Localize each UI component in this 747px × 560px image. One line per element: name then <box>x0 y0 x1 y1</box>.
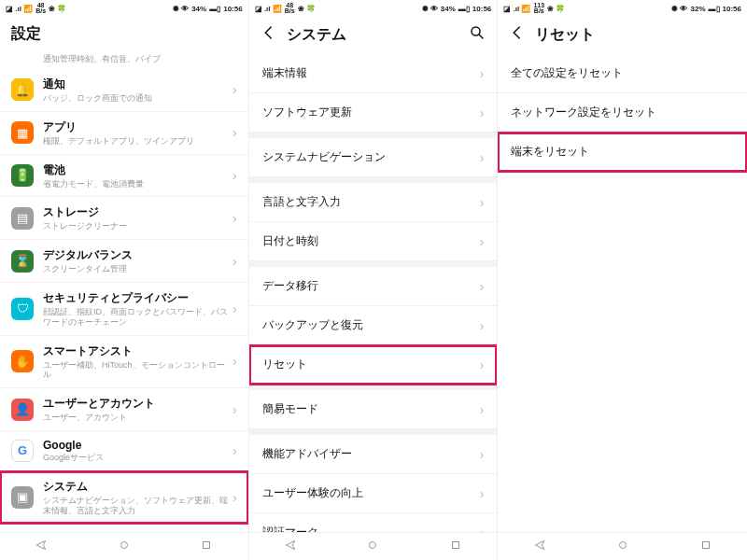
svg-point-0 <box>120 541 127 548</box>
settings-item[interactable]: 🔔通知バッジ、ロック画面での通知› <box>0 69 248 112</box>
header-reset: リセット <box>498 17 747 54</box>
settings-item[interactable]: 🛡セキュリティとプライバシー顔認証、指紋ID、画面ロックとパスワード、パスワード… <box>0 283 248 336</box>
system-item[interactable]: ソフトウェア更新› <box>249 93 498 133</box>
truncated-prev-item[interactable]: 通知管理時刻、有信音、バイブ <box>0 53 248 69</box>
chevron-right-icon: › <box>233 301 237 316</box>
settings-item-title: Google <box>43 439 229 452</box>
status-icons-right: ✺ 👁 <box>671 5 687 13</box>
system-item-label: ユーザー体験の向上 <box>262 485 363 501</box>
status-battery: 32% <box>690 5 705 13</box>
settings-item-subtitle: 権限、デフォルトアプリ、ツインアプリ <box>43 136 229 147</box>
nav-home-icon[interactable] <box>118 539 131 555</box>
chevron-right-icon: › <box>233 168 237 183</box>
system-item[interactable]: 日付と時刻› <box>249 222 498 261</box>
chevron-right-icon: › <box>480 447 485 462</box>
nav-recent-icon[interactable] <box>449 539 462 555</box>
settings-item-title: デジタルバランス <box>43 247 229 263</box>
reset-item[interactable]: ネットワーク設定をリセット <box>498 93 747 133</box>
settings-item-subtitle: ストレージクリーナー <box>43 221 229 231</box>
system-item-label: 言語と文字入力 <box>262 194 341 210</box>
status-icons-extra: ❀ 🍀 <box>547 5 565 13</box>
nav-bar <box>249 532 498 560</box>
settings-item-icon: ▤ <box>11 207 34 230</box>
settings-item[interactable]: GGoogleGoogleサービス› <box>0 431 248 471</box>
system-item-label: データ移行 <box>262 278 318 294</box>
status-icons-left: ◪ .ıl 📶 <box>255 5 282 13</box>
system-item-label: バックアップと復元 <box>262 317 363 333</box>
svg-point-5 <box>619 541 626 548</box>
system-item[interactable]: バックアップと復元› <box>249 306 498 345</box>
system-item-label: ソフトウェア更新 <box>262 105 352 120</box>
settings-item-subtitle: バッジ、ロック画面での通知 <box>43 93 229 104</box>
status-bar: ◪ .ıl 📶 48B/s ❀ 🍀 ✺ 👁 34% ▬▯ 10:56 <box>0 0 248 17</box>
nav-recent-icon[interactable] <box>699 539 712 555</box>
page-title: リセット <box>535 25 736 45</box>
nav-recent-icon[interactable] <box>200 539 213 555</box>
system-item[interactable]: 言語と文字入力› <box>249 183 498 222</box>
system-item-label: 認証マーク <box>262 525 318 532</box>
back-button[interactable] <box>261 24 277 45</box>
chevron-right-icon: › <box>480 150 485 165</box>
settings-item-icon: 🛡 <box>11 298 34 320</box>
settings-item[interactable]: ✋スマートアシストユーザー補助、HiTouch、モーションコントロール› <box>0 336 248 389</box>
back-button[interactable] <box>509 24 526 45</box>
nav-bar <box>498 532 747 560</box>
system-item[interactable]: 機能アドバイザー› <box>249 435 498 474</box>
chevron-right-icon: › <box>480 66 485 81</box>
svg-point-2 <box>472 27 480 35</box>
system-item[interactable]: 端末情報› <box>249 54 498 93</box>
settings-item[interactable]: ▣システムシステムナビゲーション、ソフトウェア更新、端末情報、言語と文字入力› <box>0 471 248 525</box>
settings-item-title: システム <box>43 479 229 495</box>
nav-back-icon[interactable] <box>284 539 297 555</box>
chevron-right-icon: › <box>233 443 237 458</box>
chevron-right-icon: › <box>480 486 485 501</box>
status-kbps: 48B/s <box>285 3 295 13</box>
settings-item[interactable]: ▦アプリ権限、デフォルトアプリ、ツインアプリ› <box>0 112 248 155</box>
status-icons-extra: ❀ 🍀 <box>298 5 316 13</box>
settings-item-title: ストレージ <box>43 204 229 220</box>
settings-item-icon: ▦ <box>11 121 34 144</box>
system-item[interactable]: データ移行› <box>249 267 498 306</box>
status-time: 10:56 <box>223 5 242 13</box>
settings-item[interactable]: ▤ストレージストレージクリーナー› <box>0 197 248 240</box>
panel-system: ◪ .ıl 📶 48B/s ❀ 🍀 ✺ 👁 34% ▬▯ 10:56 システム … <box>249 0 499 560</box>
reset-item[interactable]: 全ての設定をリセット <box>498 54 747 93</box>
system-item[interactable]: 認証マーク› <box>249 513 498 532</box>
svg-rect-4 <box>453 541 459 548</box>
status-kbps: 113B/s <box>533 3 544 13</box>
chevron-right-icon: › <box>480 105 485 120</box>
settings-item-icon: 👤 <box>11 399 34 421</box>
nav-home-icon[interactable] <box>616 539 629 555</box>
status-battery: 34% <box>441 5 456 13</box>
nav-back-icon[interactable] <box>533 539 546 555</box>
system-item-label: 端末情報 <box>262 65 307 81</box>
settings-item[interactable]: 👤ユーザーとアカウントユーザー、アカウント› <box>0 388 248 431</box>
page-title: システム <box>287 25 460 45</box>
chevron-right-icon: › <box>480 525 485 533</box>
nav-back-icon[interactable] <box>35 539 48 555</box>
system-item[interactable]: 簡易モード› <box>249 390 498 429</box>
system-item[interactable]: ユーザー体験の向上› <box>249 474 498 513</box>
system-item[interactable]: リセット› <box>249 345 498 385</box>
reset-item[interactable]: 端末をリセット <box>498 133 747 172</box>
settings-item[interactable]: ⌛デジタルバランススクリーンタイム管理› <box>0 240 248 283</box>
chevron-right-icon: › <box>480 234 485 249</box>
system-item[interactable]: システムナビゲーション› <box>249 138 498 177</box>
system-list: 端末情報›ソフトウェア更新›システムナビゲーション›言語と文字入力›日付と時刻›… <box>249 54 498 532</box>
system-item-label: システムナビゲーション <box>262 149 386 165</box>
settings-item-subtitle: 省電力モード、電池消費量 <box>43 179 229 189</box>
chevron-right-icon: › <box>480 318 485 333</box>
chevron-right-icon: › <box>233 211 237 226</box>
svg-rect-6 <box>702 541 709 548</box>
status-icons-right: ✺ 👁 <box>422 5 438 13</box>
chevron-right-icon: › <box>233 490 237 505</box>
search-button[interactable] <box>469 24 486 45</box>
nav-home-icon[interactable] <box>366 539 379 555</box>
reset-list: 全ての設定をリセットネットワーク設定をリセット端末をリセット <box>498 54 747 532</box>
battery-icon: ▬▯ <box>709 5 720 13</box>
settings-item-icon: ▣ <box>11 486 34 509</box>
reset-item-label: 全ての設定をリセット <box>511 65 623 81</box>
svg-point-3 <box>370 541 376 548</box>
settings-item[interactable]: 🔋電池省電力モード、電池消費量› <box>0 155 248 198</box>
settings-item-title: スマートアシスト <box>43 343 229 359</box>
